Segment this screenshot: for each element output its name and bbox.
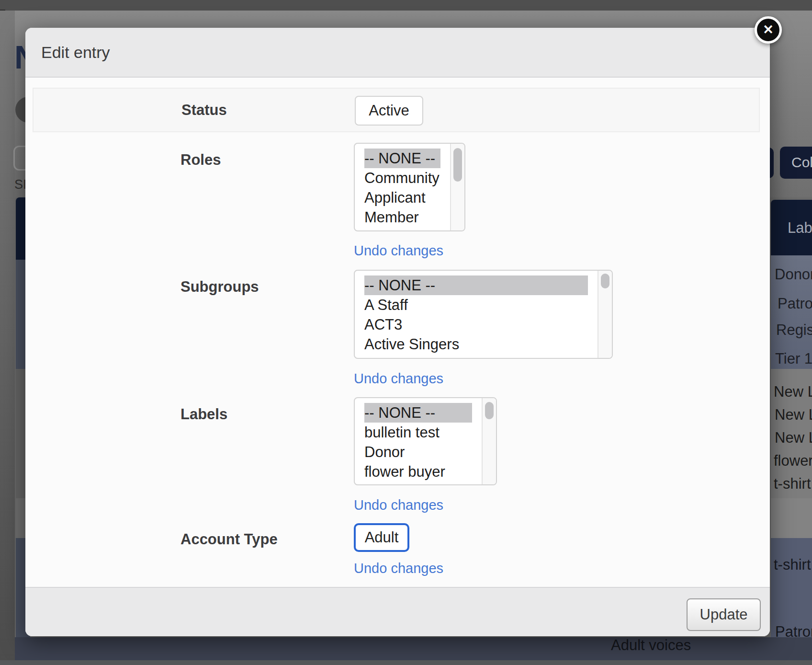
- label-chip: Donor: [775, 266, 812, 283]
- label-chip: New L: [774, 383, 812, 401]
- roles-undo-link[interactable]: Undo changes: [354, 243, 443, 259]
- subgroups-scrollbar[interactable]: [598, 271, 612, 358]
- scrollbar-thumb[interactable]: [485, 402, 494, 419]
- selected-table-row-fragment: Donor Patron Regist Tier 1: [771, 255, 812, 369]
- show-label-fragment: SI: [14, 177, 27, 192]
- labels-options: -- NONE -- bulletin test Donor flower bu…: [355, 398, 482, 484]
- edit-entry-modal: Edit entry Status Active Roles -- NONE -…: [25, 28, 770, 636]
- adult-voices-cell: Adult voices: [611, 637, 691, 654]
- labels-undo-link[interactable]: Undo changes: [354, 497, 443, 513]
- modal-header: Edit entry: [25, 28, 770, 78]
- option-donor[interactable]: Donor: [364, 442, 472, 462]
- status-label: Status: [181, 89, 227, 131]
- roles-scrollbar[interactable]: [450, 144, 464, 230]
- option-community[interactable]: Community: [364, 168, 440, 188]
- roles-label: Roles: [180, 151, 221, 169]
- close-button[interactable]: ✕: [755, 16, 782, 44]
- modal-footer: Update: [25, 587, 770, 636]
- screen: N SI Colu Labe Donor Patron Regist Tier …: [0, 0, 812, 665]
- subgroups-label: Subgroups: [180, 278, 259, 296]
- label-chip: Patron: [778, 295, 812, 312]
- modal-title: Edit entry: [41, 28, 110, 77]
- table-header-labels-column: Labe: [771, 200, 812, 255]
- option-bulletin-test[interactable]: bulletin test: [364, 423, 472, 442]
- scrollbar-thumb[interactable]: [601, 274, 609, 288]
- labels-scrollbar[interactable]: [482, 398, 496, 484]
- labels-column-header-fragment: Labe: [788, 219, 812, 237]
- table-bottom-row: [15, 637, 812, 660]
- selected-table-row-fragment-2: t-shirt Patron: [771, 538, 812, 637]
- label-chip: Regist: [776, 321, 812, 339]
- option-none[interactable]: -- NONE --: [364, 275, 588, 295]
- page-left-margin: [0, 11, 15, 660]
- option-none[interactable]: -- NONE --: [364, 403, 472, 423]
- columns-button-fragment: Colu: [780, 147, 812, 179]
- status-row: Status Active: [33, 88, 760, 132]
- account-type-undo-link[interactable]: Undo changes: [354, 561, 443, 576]
- table-row-fragment-2: [771, 498, 812, 538]
- subgroups-undo-link[interactable]: Undo changes: [354, 371, 443, 387]
- label-chip: New L: [775, 406, 812, 424]
- roles-multiselect[interactable]: -- NONE -- Community Applicant Member: [354, 143, 465, 231]
- option-applicant[interactable]: Applicant: [364, 188, 440, 207]
- option-member[interactable]: Member: [364, 207, 440, 227]
- labels-label: Labels: [180, 406, 227, 423]
- roles-options: -- NONE -- Community Applicant Member: [355, 144, 450, 230]
- account-type-value-button[interactable]: Adult: [354, 523, 409, 552]
- label-chip: Tier 1: [775, 350, 812, 367]
- table-row-fragment: New L New L New L flower t-shirt: [771, 369, 812, 498]
- label-chip: t-shirt: [774, 475, 811, 493]
- status-value-button[interactable]: Active: [355, 96, 423, 126]
- scrollbar-thumb[interactable]: [453, 148, 462, 182]
- subgroups-multiselect[interactable]: -- NONE -- A Staff ACT3 Active Singers: [354, 270, 613, 359]
- labels-multiselect[interactable]: -- NONE -- bulletin test Donor flower bu…: [354, 397, 497, 485]
- option-active-singers[interactable]: Active Singers: [364, 334, 588, 354]
- option-flower-buyer[interactable]: flower buyer: [364, 462, 472, 482]
- close-icon: ✕: [757, 19, 779, 41]
- option-act3[interactable]: ACT3: [364, 315, 588, 334]
- browser-top-strip: [0, 0, 812, 11]
- update-button[interactable]: Update: [687, 598, 761, 631]
- page-footer-strip: [0, 660, 812, 665]
- label-chip: New L: [775, 429, 812, 447]
- option-a-staff[interactable]: A Staff: [364, 295, 588, 315]
- subgroups-options: -- NONE -- A Staff ACT3 Active Singers: [355, 271, 598, 358]
- label-chip: flower: [774, 452, 812, 470]
- account-type-label: Account Type: [180, 531, 278, 548]
- label-chip: t-shirt: [774, 556, 811, 573]
- option-none[interactable]: -- NONE --: [364, 149, 440, 168]
